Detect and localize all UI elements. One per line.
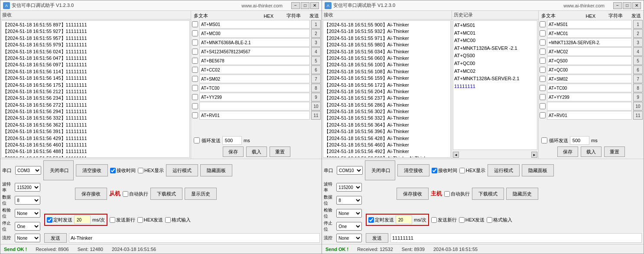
timed-value-2[interactable] xyxy=(396,215,412,224)
multi-send-btn[interactable]: 11 xyxy=(311,111,321,120)
multi-send-btn[interactable]: 1 xyxy=(311,20,321,29)
multi-check[interactable] xyxy=(192,94,198,100)
multi-send-btn[interactable]: 7 xyxy=(633,75,643,83)
history-area-2[interactable]: AT+MS01AT+MC01AT+MC00AT+MNKT1328A-SEVER … xyxy=(453,20,537,150)
multi-send-btn[interactable]: 2 xyxy=(633,29,643,38)
hex-send-check-1[interactable]: HEX发送 xyxy=(137,217,163,223)
recv-area-1[interactable]: 【2024-51-18 16:51:55 897】11111111【2024-5… xyxy=(1,20,190,158)
port-select-2[interactable]: COM10 xyxy=(337,166,363,175)
show-history-btn-2[interactable]: 隐藏历史 xyxy=(506,188,538,200)
check-select-1[interactable]: None xyxy=(15,209,40,218)
clear-recv-btn-2[interactable]: 清空接收 xyxy=(397,164,429,176)
history-right-btn-2[interactable]: ► xyxy=(531,152,537,158)
reset-btn-2[interactable]: 重置 xyxy=(604,147,625,157)
multi-check[interactable] xyxy=(192,39,198,46)
close-btn-2[interactable]: ✕ xyxy=(632,2,641,9)
history-item[interactable]: AT+MNKT1328A-SEVER -2.1 xyxy=(454,45,536,52)
show-history-btn-1[interactable]: 显示历史 xyxy=(185,188,217,200)
multi-check[interactable] xyxy=(192,112,198,118)
flow-select-2[interactable]: None xyxy=(336,234,362,242)
hide-panel-btn-2[interactable]: 隐藏面板 xyxy=(522,164,554,176)
multi-input[interactable] xyxy=(547,20,632,29)
hide-panel-btn-1[interactable]: 隐藏面板 xyxy=(200,164,232,176)
history-item[interactable]: AT+MS01 xyxy=(454,22,536,29)
multi-send-btn[interactable]: 3 xyxy=(633,38,643,47)
close-btn-1[interactable]: ✕ xyxy=(310,2,319,9)
multi-check[interactable] xyxy=(192,21,198,27)
multi-send-btn[interactable]: 4 xyxy=(311,47,321,56)
multi-check[interactable] xyxy=(540,76,546,82)
multi-input[interactable] xyxy=(547,29,632,38)
multi-send-btn[interactable]: 5 xyxy=(633,56,643,65)
multi-input[interactable] xyxy=(199,111,310,120)
multi-check[interactable] xyxy=(192,58,198,64)
multi-check[interactable] xyxy=(540,21,546,27)
history-item[interactable]: AT+MC01 xyxy=(454,29,536,37)
save-btn-1[interactable]: 保存 xyxy=(223,147,244,157)
baud-select-1[interactable]: 115200 xyxy=(15,183,40,192)
multi-input[interactable] xyxy=(199,93,310,101)
run-mode-btn-1[interactable]: 运行模式 xyxy=(166,164,198,176)
minimize-btn-1[interactable]: − xyxy=(291,2,300,9)
close-port-btn-1[interactable]: 关闭串口 xyxy=(43,160,74,180)
history-item[interactable]: AT+MC00 xyxy=(454,37,536,45)
stop-select-1[interactable]: One xyxy=(15,222,40,231)
multi-check[interactable] xyxy=(192,30,198,36)
load-btn-2[interactable]: 载入 xyxy=(581,147,602,157)
multi-input[interactable] xyxy=(547,47,632,56)
check-select-2[interactable]: None xyxy=(336,209,362,218)
stop-select-2[interactable]: One xyxy=(336,222,362,231)
reset-btn-1[interactable]: 重置 xyxy=(270,147,290,157)
timed-value-1[interactable] xyxy=(74,215,91,224)
multi-input[interactable] xyxy=(547,93,632,101)
multi-input[interactable] xyxy=(547,65,632,74)
send-btn-1[interactable]: 发送 xyxy=(44,233,67,243)
send-input-1[interactable] xyxy=(69,233,320,243)
send-newline-check-1[interactable]: 发送新行 xyxy=(110,217,135,223)
multi-send-btn[interactable]: 10 xyxy=(311,102,321,111)
history-item[interactable]: 11111111 xyxy=(454,83,536,91)
timed-send-check-2[interactable]: 定时发送 xyxy=(368,217,394,223)
multi-send-btn[interactable]: 6 xyxy=(311,65,321,74)
multi-input[interactable] xyxy=(547,111,632,120)
history-item[interactable]: AT+QS00 xyxy=(454,52,536,60)
send-input-2[interactable] xyxy=(390,233,642,243)
minimize-btn-2[interactable]: − xyxy=(613,2,622,9)
multi-check[interactable] xyxy=(540,103,546,109)
multi-input[interactable] xyxy=(547,75,632,83)
format-input-check-1[interactable]: 格式输入 xyxy=(165,217,191,223)
multi-check[interactable] xyxy=(192,67,198,73)
multi-check[interactable] xyxy=(540,112,546,118)
run-mode-btn-2[interactable]: 运行模式 xyxy=(488,164,520,176)
multi-input[interactable] xyxy=(547,84,632,92)
multi-send-btn[interactable]: 6 xyxy=(633,65,643,74)
auto-exec-check-1[interactable]: 自动执行 xyxy=(123,191,148,197)
history-item[interactable]: AT+MNKT1328A-SERVER-2.1 xyxy=(454,75,536,83)
loop-value-2[interactable] xyxy=(570,136,589,145)
multi-check[interactable] xyxy=(192,76,198,82)
multi-check[interactable] xyxy=(192,49,198,55)
multi-send-btn[interactable]: 8 xyxy=(633,84,643,92)
multi-input[interactable] xyxy=(199,102,310,111)
multi-input[interactable] xyxy=(199,20,310,29)
multi-input[interactable] xyxy=(199,29,310,38)
multi-check[interactable] xyxy=(192,103,198,109)
multi-check[interactable] xyxy=(540,30,546,36)
auto-exec-check-2[interactable]: 自动执行 xyxy=(444,191,470,197)
multi-send-btn[interactable]: 4 xyxy=(633,47,643,56)
hex-send-check-2[interactable]: HEX发送 xyxy=(459,217,485,223)
multi-check[interactable] xyxy=(540,85,546,91)
multi-send-btn[interactable]: 9 xyxy=(633,93,643,101)
download-mode-btn-2[interactable]: 下载模式 xyxy=(472,188,504,200)
maximize-btn-1[interactable]: □ xyxy=(301,2,309,9)
multi-input[interactable] xyxy=(547,56,632,65)
multi-input[interactable] xyxy=(547,102,632,111)
multi-send-btn[interactable]: 8 xyxy=(311,84,321,92)
load-btn-1[interactable]: 载入 xyxy=(246,147,267,157)
save-btn-2[interactable]: 保存 xyxy=(557,147,578,157)
baud-select-2[interactable]: 115200 xyxy=(336,183,362,192)
multi-input[interactable] xyxy=(547,38,632,47)
loop-send-check-1[interactable] xyxy=(194,137,200,143)
multi-check[interactable] xyxy=(540,67,546,73)
multi-check[interactable] xyxy=(540,39,546,46)
